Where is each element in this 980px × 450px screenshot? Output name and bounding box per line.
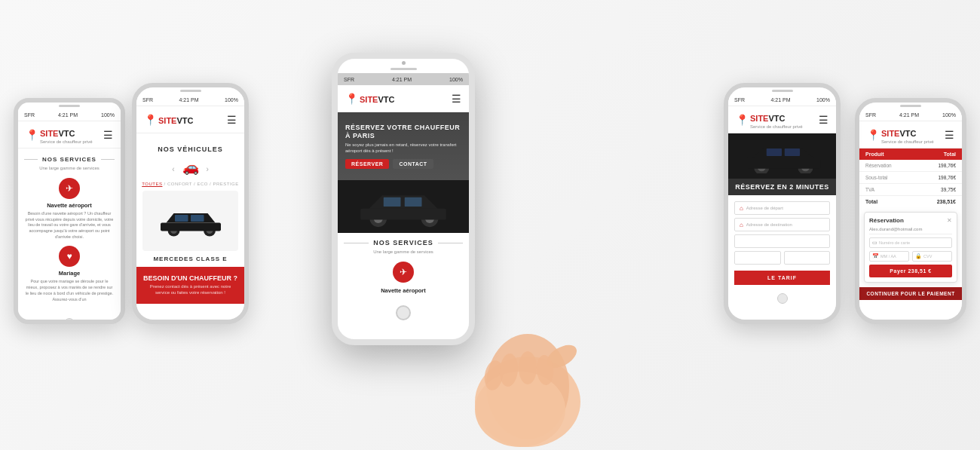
continue-button[interactable]: CONTINUER POUR LE PAIEMENT: [859, 287, 962, 300]
close-icon[interactable]: ✕: [947, 217, 952, 224]
expiry-field[interactable]: 📅 MM / AA: [869, 251, 909, 262]
svg-rect-6: [191, 215, 204, 222]
card-icon: ▭: [872, 240, 877, 246]
next-arrow[interactable]: ›: [207, 165, 209, 173]
camera-center: [402, 61, 406, 65]
hamburger-icon-5[interactable]: ☰: [945, 129, 954, 141]
calculate-button[interactable]: LE TARIF: [734, 271, 830, 285]
carrier-1: SFR: [24, 112, 35, 118]
time-1: 4:21 PM: [58, 112, 78, 118]
hero-title: RÉSERVEZ VOTRE CHAUFFEUR À PARIS: [345, 124, 461, 140]
mariage-icon: ♥: [59, 246, 80, 267]
vehicles-content: NOS VÉHICULES ‹ 🚗 › TOUTES / CONFORT / E…: [136, 133, 244, 304]
center-services: NOS SERVICES Une large gamme de services…: [338, 233, 469, 302]
status-bar-2: SFR 4:21 PM 100%: [136, 94, 244, 106]
battery-1: 100%: [101, 112, 115, 118]
airport-icon: ✈: [59, 178, 80, 199]
payment-table-header: Produit Total: [859, 148, 962, 160]
total-value: 238,51€: [937, 199, 956, 204]
time-input[interactable]: [784, 251, 831, 265]
col-produit: Produit: [865, 152, 884, 157]
phone-payment: SFR 4:21 PM 100% 📍 SITEVTC Service de ch…: [855, 98, 966, 324]
status-bar-5: SFR 4:21 PM 100%: [859, 109, 962, 121]
service-airport-desc: Besoin d'une navette aéroport ? Un chauf…: [24, 211, 115, 240]
payment-row-1: Sous-total 198,76€: [859, 172, 962, 184]
row-value-2: 39,75€: [941, 187, 956, 192]
res-car-svg: [737, 139, 828, 173]
speaker-5: [900, 105, 921, 107]
home-btn-1: [64, 318, 75, 320]
expiry-cvv-inputs: 📅 MM / AA 🔒 CVV: [869, 251, 952, 262]
speaker-4: [772, 90, 793, 92]
battery-4: 100%: [816, 97, 830, 103]
home-icon: ⌂: [740, 205, 743, 212]
hero-banner: RÉSERVEZ VOTRE CHAUFFEUR À PARIS Ne soye…: [338, 112, 469, 180]
contact-button[interactable]: CONTACT: [393, 159, 433, 169]
dest-placeholder: Adresse de destination: [746, 222, 792, 227]
col-total: Total: [944, 152, 956, 157]
pin-icon-2: 📍: [144, 114, 157, 126]
dest-icon: ⌂: [740, 222, 743, 228]
card-number-field[interactable]: ▭ Numéro de carte: [869, 237, 952, 248]
vehicles-nav: ‹ 🚗 ›: [136, 159, 244, 179]
svg-rect-19: [766, 148, 781, 155]
hamburger-icon-4[interactable]: ☰: [819, 114, 828, 126]
reserver-button[interactable]: RÉSERVER: [345, 159, 389, 169]
car-icon: 🚗: [182, 159, 199, 176]
hero-car-svg: [351, 186, 456, 228]
card-inputs: ▭ Numéro de carte: [869, 237, 952, 248]
filter-confort[interactable]: CONFORT: [167, 182, 192, 186]
svg-point-21: [475, 357, 580, 447]
card-number-placeholder: Numéro de carte: [879, 240, 910, 245]
cta-banner: BESOIN D'UN CHAUFFEUR ? Prenez contact d…: [136, 267, 244, 304]
prev-arrow[interactable]: ‹: [172, 165, 174, 173]
carrier-center: SFR: [344, 77, 354, 82]
svg-point-24: [475, 372, 565, 447]
services-title: NOS SERVICES: [24, 156, 115, 163]
date-input[interactable]: [734, 251, 781, 265]
vehicles-title: NOS VÉHICULES: [136, 133, 244, 159]
calendar-icon: 📅: [872, 253, 879, 259]
logo-subtitle-1: Service de chauffeur privé: [40, 139, 93, 144]
hamburger-icon-1[interactable]: ☰: [103, 129, 113, 141]
speaker-2: [180, 90, 201, 92]
vehicles-section-title: NOS VÉHICULES: [153, 139, 228, 156]
row-value-0: 198,76€: [939, 163, 957, 168]
hamburger-icon-2[interactable]: ☰: [227, 114, 237, 126]
pay-button[interactable]: Payer 238,51 €: [869, 265, 952, 277]
service-mariage-name: Mariage: [24, 270, 115, 277]
row-value-1: 198,76€: [939, 175, 957, 180]
filter-toutes[interactable]: TOUTES: [142, 182, 162, 186]
svg-rect-4: [161, 223, 221, 231]
destination-input[interactable]: ⌂ Adresse de destination: [734, 218, 830, 231]
cta-title: BESOIN D'UN CHAUFFEUR ?: [142, 274, 238, 282]
cvv-field[interactable]: 🔒 CVV: [912, 251, 952, 262]
depart-input[interactable]: ⌂ Adresse de départ: [734, 201, 830, 215]
phone-reservation: SFR 4:21 PM 100% 📍 SITEVTC Service de ch…: [724, 83, 841, 324]
vehicle-name: MERCEDES CLASS E: [136, 256, 244, 262]
row-label-0: Réservation: [865, 163, 892, 168]
service-airport: ✈ Navette aéroport Besoin d'une navette …: [24, 178, 115, 240]
filter-eco[interactable]: ECO: [197, 182, 208, 186]
logo-text-center: SITEVTC: [360, 95, 394, 104]
battery-center: 100%: [449, 77, 463, 82]
pin-icon-1: 📍: [26, 129, 38, 141]
car-showcase: [338, 180, 469, 233]
status-bar-4: SFR 4:21 PM 100%: [728, 94, 836, 106]
status-bar-1: SFR 4:21 PM 100%: [18, 109, 121, 121]
battery-2: 100%: [225, 97, 238, 103]
logo-4: 📍 SITEVTC Service de chauffeur privé: [736, 111, 803, 129]
cvv-placeholder: CVV: [923, 254, 932, 259]
hamburger-icon-center[interactable]: ☰: [452, 93, 461, 105]
vehicle-image-area: [142, 191, 238, 251]
total-label: Total: [865, 199, 877, 204]
payment-row-2: TVA 39,75€: [859, 184, 962, 196]
filter-prestige[interactable]: PRESTIGE: [213, 182, 238, 186]
logo-subtitle-5: Service de chauffeur privé: [881, 139, 934, 144]
cta-desc: Prenez contact dès à présent avec notre …: [142, 284, 238, 296]
payment-row-0: Réservation 198,76€: [859, 160, 962, 172]
logo-subtitle-4: Service de chauffeur privé: [750, 124, 803, 129]
pin-icon-center: 📍: [345, 93, 358, 105]
hero-buttons: RÉSERVER CONTACT: [345, 159, 461, 169]
extra-input[interactable]: [734, 234, 830, 248]
